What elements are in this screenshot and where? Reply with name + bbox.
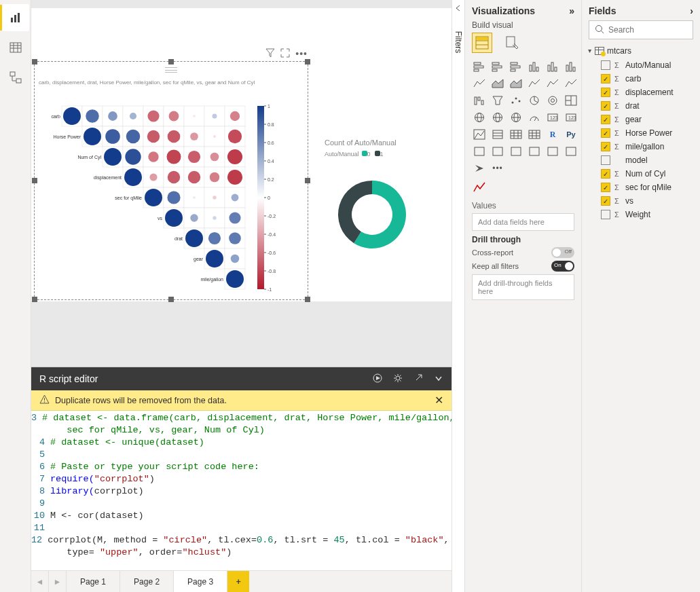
build-visual-tab[interactable]: [472, 33, 492, 53]
field-row[interactable]: ✓ΣHorse Power: [589, 126, 693, 140]
viz-type-py[interactable]: Py: [564, 128, 578, 141]
viz-type-area-stacked[interactable]: [509, 77, 523, 90]
fields-search-input[interactable]: [608, 25, 700, 35]
donut-visual[interactable]: Count of Auto/Manual Auto/Manual 01: [325, 138, 447, 264]
field-checkbox[interactable]: ✓: [601, 128, 610, 138]
viz-type-column-100[interactable]: [564, 60, 578, 73]
resize-handle[interactable]: [305, 297, 310, 302]
page-nav-next[interactable]: ►: [49, 571, 67, 592]
resize-handle[interactable]: [168, 59, 174, 64]
field-checkbox[interactable]: [601, 210, 610, 219]
model-view-button[interactable]: [2, 64, 29, 91]
field-row[interactable]: ΣAuto/Manual: [589, 58, 693, 72]
collapse-fields-pane-icon[interactable]: ›: [690, 5, 693, 16]
viz-type-bar-100[interactable]: [509, 60, 523, 73]
resize-handle[interactable]: [32, 178, 37, 183]
field-row[interactable]: ✓ΣNum of Cyl: [589, 167, 693, 181]
viz-type-bar-clustered[interactable]: [490, 60, 505, 73]
viz-type-scatter[interactable]: [509, 94, 523, 107]
code-area[interactable]: 3# dataset <- data.frame(carb, displacem…: [31, 411, 452, 570]
resize-handle[interactable]: [32, 59, 37, 64]
field-checkbox[interactable]: ✓: [601, 169, 610, 179]
field-checkbox[interactable]: ✓: [601, 142, 610, 151]
close-warning-icon[interactable]: ✕: [435, 394, 443, 407]
run-script-icon[interactable]: [373, 373, 382, 385]
field-row[interactable]: ✓Σgear: [589, 113, 693, 126]
r-visual-container[interactable]: ••• carb, displacement, drat, Horse Powe…: [34, 61, 308, 300]
resize-handle[interactable]: [305, 59, 310, 64]
viz-type-key-influencers[interactable]: [472, 145, 487, 158]
viz-type-pie[interactable]: [527, 94, 542, 107]
cross-report-toggle[interactable]: Off: [551, 247, 574, 258]
viz-type-narrative[interactable]: [527, 145, 542, 158]
field-checkbox[interactable]: ✓: [601, 88, 610, 97]
viz-type-gauge[interactable]: [527, 111, 542, 124]
report-canvas-area[interactable]: ••• carb, displacement, drat, Horse Powe…: [31, 0, 452, 367]
viz-type-card[interactable]: 123: [545, 111, 560, 124]
values-drop-well[interactable]: Add data fields here: [472, 213, 574, 231]
viz-type-decomposition[interactable]: [490, 145, 505, 158]
viz-type-table[interactable]: [509, 128, 523, 141]
field-row[interactable]: ΣWeight: [589, 208, 693, 221]
field-row[interactable]: model: [589, 153, 693, 167]
focus-mode-icon[interactable]: [280, 48, 290, 60]
popout-icon[interactable]: [413, 373, 423, 385]
viz-type-more[interactable]: •••: [490, 162, 505, 175]
collapse-viz-pane-icon[interactable]: »: [569, 5, 574, 16]
viz-type-column-stacked[interactable]: [545, 60, 560, 73]
filters-pane-collapsed[interactable]: Filters: [452, 0, 465, 592]
page-nav-prev[interactable]: ◄: [31, 571, 49, 592]
viz-type-line[interactable]: [472, 77, 487, 90]
viz-type-line-column-stacked[interactable]: [545, 77, 560, 90]
field-row[interactable]: ✓Σvs: [589, 194, 693, 208]
add-page-button[interactable]: +: [227, 571, 249, 592]
viz-type-treemap[interactable]: [564, 94, 578, 107]
resize-handle[interactable]: [32, 297, 37, 302]
viz-type-area[interactable]: [490, 77, 505, 90]
field-checkbox[interactable]: ✓: [601, 101, 610, 111]
script-options-icon[interactable]: [393, 373, 403, 385]
more-options-icon[interactable]: •••: [295, 48, 308, 60]
resize-handle[interactable]: [168, 297, 174, 302]
drill-through-drop-well[interactable]: Add drill-through fields here: [472, 274, 574, 300]
resize-handle[interactable]: [305, 178, 310, 183]
filter-icon[interactable]: [265, 48, 275, 60]
expand-filters-icon[interactable]: [454, 4, 462, 14]
custom-visual-icon[interactable]: [472, 181, 487, 194]
page-tab[interactable]: Page 1: [67, 571, 120, 592]
data-view-button[interactable]: [2, 34, 29, 61]
viz-type-qna[interactable]: [509, 145, 523, 158]
page-tab[interactable]: Page 2: [120, 571, 174, 592]
drag-grip-icon[interactable]: [165, 67, 177, 73]
viz-type-power-apps[interactable]: [564, 145, 578, 158]
keep-filters-toggle[interactable]: On: [551, 261, 574, 272]
viz-type-column-clustered[interactable]: [527, 60, 542, 73]
viz-type-ribbon[interactable]: [564, 77, 578, 90]
field-row[interactable]: ✓Σsec for qMile: [589, 181, 693, 194]
field-checkbox[interactable]: ✓: [601, 183, 610, 192]
field-checkbox[interactable]: [601, 155, 610, 165]
field-row[interactable]: ✓Σdrat: [589, 99, 693, 113]
viz-type-filled-map[interactable]: [490, 111, 505, 124]
viz-type-waterfall[interactable]: [472, 94, 487, 107]
collapse-editor-icon[interactable]: [434, 373, 443, 385]
field-row[interactable]: ✓Σdisplacement: [589, 86, 693, 99]
field-checkbox[interactable]: ✓: [601, 115, 610, 124]
viz-type-funnel[interactable]: [490, 94, 505, 107]
field-checkbox[interactable]: ✓: [601, 74, 610, 84]
viz-type-kpi[interactable]: [472, 128, 487, 141]
viz-type-line-column[interactable]: [527, 77, 542, 90]
viz-type-bar-stacked[interactable]: [472, 60, 487, 73]
fields-search-box[interactable]: [589, 20, 693, 39]
viz-type-map[interactable]: [472, 111, 487, 124]
viz-type-r[interactable]: R: [545, 128, 560, 141]
report-view-button[interactable]: [2, 4, 29, 31]
page-tab[interactable]: Page 3: [174, 571, 227, 592]
field-row[interactable]: ✓Σcarb: [589, 72, 693, 86]
viz-type-donut[interactable]: [545, 94, 560, 107]
viz-type-matrix[interactable]: [527, 128, 542, 141]
viz-type-slicer[interactable]: [490, 128, 505, 141]
table-node-mtcars[interactable]: ▸ mtcars: [589, 46, 693, 56]
field-row[interactable]: ✓Σmile/gallon: [589, 140, 693, 153]
field-checkbox[interactable]: [601, 60, 610, 70]
